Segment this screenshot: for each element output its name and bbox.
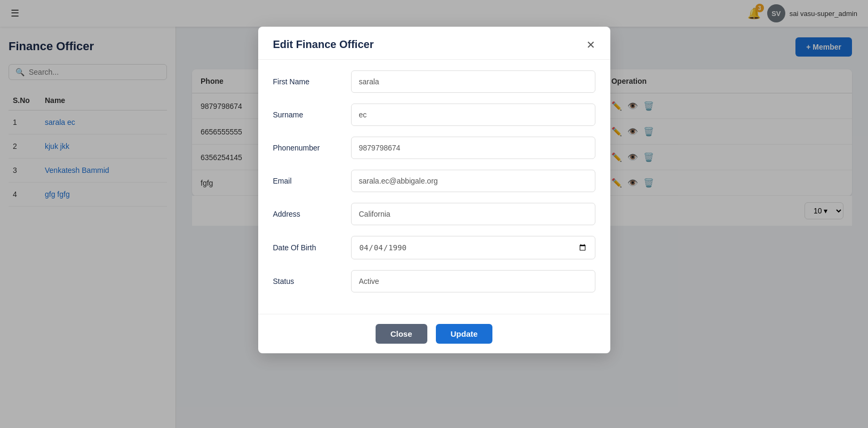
first-name-group: First Name [273,70,595,93]
edit-modal: Edit Finance Officer ✕ First Name Surnam… [258,27,610,353]
modal-title: Edit Finance Officer [273,38,374,51]
modal-body: First Name Surname Phonenumber Email Add… [258,60,610,314]
address-label: Address [273,210,343,218]
surname-group: Surname [273,104,595,126]
phone-group: Phonenumber [273,137,595,159]
phone-label: Phonenumber [273,144,343,152]
dob-input[interactable] [351,236,595,259]
email-group: Email [273,170,595,192]
email-input[interactable] [351,170,595,192]
first-name-label: First Name [273,77,343,86]
status-group: Status [273,270,595,292]
update-button[interactable]: Update [436,324,493,344]
address-input[interactable] [351,203,595,225]
modal-close-button[interactable]: ✕ [586,39,595,50]
dob-group: Date Of Birth [273,236,595,259]
email-label: Email [273,177,343,185]
dob-label: Date Of Birth [273,243,343,252]
surname-input[interactable] [351,104,595,126]
modal-overlay: Edit Finance Officer ✕ First Name Surnam… [0,0,868,428]
status-input[interactable] [351,270,595,292]
address-group: Address [273,203,595,225]
close-button[interactable]: Close [376,324,427,344]
first-name-input[interactable] [351,70,595,93]
phone-input[interactable] [351,137,595,159]
modal-footer: Close Update [258,314,610,353]
status-label: Status [273,277,343,286]
modal-header: Edit Finance Officer ✕ [258,27,610,60]
surname-label: Surname [273,110,343,119]
